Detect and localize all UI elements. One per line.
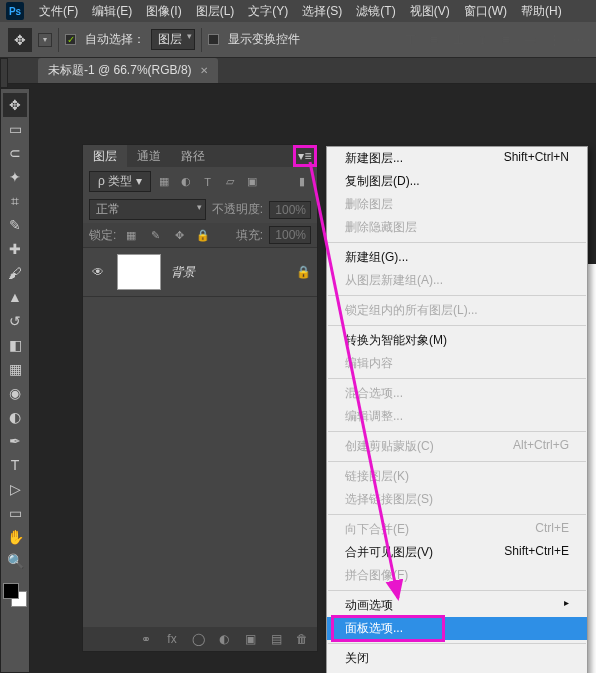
color-swatches[interactable] [3, 583, 27, 607]
menu-item: 锁定组内的所有图层(L)... [327, 299, 587, 322]
filter-type-icon[interactable]: T [199, 174, 217, 190]
collapsed-dock-handle[interactable] [0, 58, 8, 88]
menu-item[interactable]: 转换为智能对象(M) [327, 329, 587, 352]
menu-select[interactable]: 选择(S) [295, 3, 349, 20]
menu-item-label: 编辑调整... [345, 408, 403, 425]
auto-select-checkbox[interactable]: ✓ [65, 34, 76, 45]
menu-image[interactable]: 图像(I) [139, 3, 188, 20]
layer-thumbnail[interactable] [117, 254, 161, 290]
filter-kind-select[interactable]: ρ 类型 ▾ [89, 171, 151, 192]
hand-tool[interactable]: ✋ [3, 525, 27, 549]
menu-separator [328, 242, 586, 243]
group-icon[interactable]: ▣ [241, 631, 259, 647]
gradient-tool[interactable]: ▦ [3, 357, 27, 381]
stamp-tool[interactable]: ▲ [3, 285, 27, 309]
fill-value[interactable]: 100% [269, 226, 311, 244]
opacity-value[interactable]: 100% [269, 201, 311, 219]
delete-layer-icon[interactable]: 🗑 [293, 631, 311, 647]
brush-tool[interactable]: 🖌 [3, 261, 27, 285]
lock-position-icon[interactable]: ✥ [170, 227, 188, 243]
foreground-color-swatch[interactable] [3, 583, 19, 599]
menu-filter[interactable]: 滤镜(T) [349, 3, 402, 20]
link-layers-icon[interactable]: ⚭ [137, 631, 155, 647]
dodge-tool[interactable]: ◐ [3, 405, 27, 429]
lock-transparency-icon[interactable]: ▦ [122, 227, 140, 243]
filter-adjust-icon[interactable]: ◐ [177, 174, 195, 190]
align-vcenter-icon: ≡ [424, 31, 444, 49]
adjustment-layer-icon[interactable]: ◐ [215, 631, 233, 647]
blend-mode-select[interactable]: 正常 [89, 199, 206, 220]
menu-help[interactable]: 帮助(H) [514, 3, 569, 20]
zoom-tool[interactable]: 🔍 [3, 549, 27, 573]
menu-item-label: 从图层新建组(A)... [345, 272, 443, 289]
fx-icon[interactable]: fx [163, 631, 181, 647]
new-layer-icon[interactable]: ▤ [267, 631, 285, 647]
layer-row-background[interactable]: 👁 背景 🔒 [83, 247, 317, 297]
menu-item-label: 新建图层... [345, 150, 403, 167]
menu-item: 删除隐藏图层 [327, 216, 587, 239]
history-brush-tool[interactable]: ↺ [3, 309, 27, 333]
filter-smart-icon[interactable]: ▣ [243, 174, 261, 190]
filter-toggle-icon[interactable]: ▮ [293, 174, 311, 190]
panel-flyout-menu-button[interactable]: ▾≡ [295, 147, 315, 165]
close-tab-icon[interactable]: ✕ [200, 65, 208, 76]
menu-item-shortcut: Shift+Ctrl+N [504, 150, 569, 167]
menu-item-label: 动画选项 [345, 597, 393, 614]
menu-file[interactable]: 文件(F) [32, 3, 85, 20]
menu-separator [328, 461, 586, 462]
eraser-tool[interactable]: ◧ [3, 333, 27, 357]
filter-shape-icon[interactable]: ▱ [221, 174, 239, 190]
layers-empty-area [83, 297, 317, 627]
menu-edit[interactable]: 编辑(E) [85, 3, 139, 20]
blur-tool[interactable]: ◉ [3, 381, 27, 405]
marquee-tool[interactable]: ▭ [3, 117, 27, 141]
opacity-label: 不透明度: [212, 201, 263, 218]
magic-wand-tool[interactable]: ✦ [3, 165, 27, 189]
panel-flyout-menu: 新建图层...Shift+Ctrl+N复制图层(D)...删除图层删除隐藏图层新… [326, 146, 588, 673]
menu-item: 删除图层 [327, 193, 587, 216]
visibility-toggle-icon[interactable]: 👁 [89, 265, 107, 279]
filter-pixel-icon[interactable]: ▦ [155, 174, 173, 190]
lasso-tool[interactable]: ⊂ [3, 141, 27, 165]
heal-tool[interactable]: ✚ [3, 237, 27, 261]
menu-item[interactable]: 复制图层(D)... [327, 170, 587, 193]
menu-item: 向下合并(E)Ctrl+E [327, 518, 587, 541]
toolbox: ✥ ▭ ⊂ ✦ ⌗ ✎ ✚ 🖌 ▲ ↺ ◧ ▦ ◉ ◐ ✒ T ▷ ▭ ✋ 🔍 [0, 88, 30, 673]
align-left-icon: ⟟ [472, 31, 492, 49]
menu-item[interactable]: 关闭 [327, 647, 587, 670]
menu-item[interactable]: 合并可见图层(V)Shift+Ctrl+E [327, 541, 587, 564]
tool-preset-arrow[interactable]: ▾ [38, 33, 52, 47]
crop-tool[interactable]: ⌗ [3, 189, 27, 213]
tab-layers[interactable]: 图层 [83, 145, 127, 167]
menu-item-label: 合并可见图层(V) [345, 544, 433, 561]
align-right-icon: ⟞ [520, 31, 540, 49]
lock-pixels-icon[interactable]: ✎ [146, 227, 164, 243]
menu-item[interactable]: 新建组(G)... [327, 246, 587, 269]
eyedropper-tool[interactable]: ✎ [3, 213, 27, 237]
menu-separator [328, 378, 586, 379]
auto-select-target-select[interactable]: 图层 [151, 29, 195, 50]
lock-all-icon[interactable]: 🔒 [194, 227, 212, 243]
menu-item: 从图层新建组(A)... [327, 269, 587, 292]
menu-item[interactable]: 面板选项... [327, 617, 587, 640]
menu-type[interactable]: 文字(Y) [241, 3, 295, 20]
menu-item-label: 向下合并(E) [345, 521, 409, 538]
menu-window[interactable]: 窗口(W) [457, 3, 514, 20]
menu-item[interactable]: 新建图层...Shift+Ctrl+N [327, 147, 587, 170]
show-transform-checkbox[interactable] [208, 34, 219, 45]
document-tab[interactable]: 未标题-1 @ 66.7%(RGB/8) ✕ [38, 58, 218, 83]
shape-tool[interactable]: ▭ [3, 501, 27, 525]
menu-item[interactable]: 动画选项▸ [327, 594, 587, 617]
move-tool[interactable]: ✥ [3, 93, 27, 117]
menu-layer[interactable]: 图层(L) [189, 3, 242, 20]
layer-name[interactable]: 背景 [171, 264, 195, 281]
pen-tool[interactable]: ✒ [3, 429, 27, 453]
tab-channels[interactable]: 通道 [127, 145, 171, 167]
menu-item: 混合选项... [327, 382, 587, 405]
menu-view[interactable]: 视图(V) [403, 3, 457, 20]
layer-mask-icon[interactable]: ◯ [189, 631, 207, 647]
path-select-tool[interactable]: ▷ [3, 477, 27, 501]
type-tool[interactable]: T [3, 453, 27, 477]
submenu-arrow-icon: ▸ [564, 597, 569, 614]
tab-paths[interactable]: 路径 [171, 145, 215, 167]
